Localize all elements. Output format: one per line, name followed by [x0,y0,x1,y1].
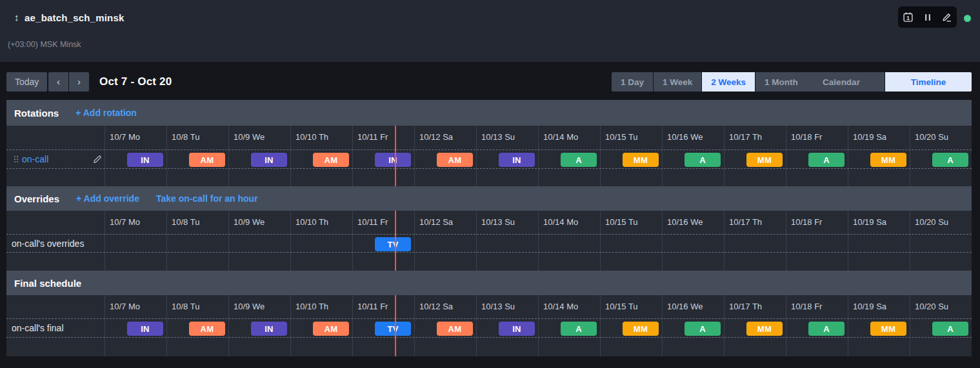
svg-text:1: 1 [906,15,910,21]
shift-badge-mm[interactable]: MM [746,153,783,167]
day-header-label: 10/17 Th [729,132,762,142]
shift-badge-am[interactable]: AM [437,153,473,167]
view-button-timeline[interactable]: Timeline [885,72,972,92]
day-header-label: 10/9 We [234,217,265,227]
day-header-label: 10/18 Fr [791,132,822,142]
day-header-label: 10/11 Fr [357,217,388,227]
day-header-label: 10/8 Tu [172,302,199,311]
shift-badge-mm[interactable]: MM [623,322,659,336]
row-label-final: on-call's final [12,319,64,337]
shift-badge-mm[interactable]: MM [623,153,659,167]
shift-badge-in[interactable]: IN [375,153,411,167]
shift-badge-in[interactable]: IN [127,153,163,167]
prev-period-button[interactable]: ‹ [48,72,68,92]
day-header-label: 10/13 Su [481,302,515,311]
day-header-label: 10/8 Tu [172,132,199,142]
shift-badge-a[interactable]: A [561,322,597,336]
schedule-panel: Rotations+ Add rotation10/7 Mo10/8 Tu10/… [6,100,972,356]
day-header-label: 10/16 We [667,217,703,227]
range-button-1-day[interactable]: 1 Day [612,72,653,92]
range-button-2-weeks[interactable]: 2 Weeks [702,72,755,92]
drag-handle-icon[interactable] [14,156,15,157]
day-header-label: 10/13 Su [481,132,515,142]
schedule-header: ↕ ae_batch_sch_minsk (+03:00) MSK Minsk … [0,0,980,62]
day-header-label: 10/17 Th [729,302,762,311]
date-nav-group: ‹ › [48,72,89,92]
shift-badge-in[interactable]: IN [251,153,287,167]
day-header-label: 10/8 Tu [172,217,199,227]
edit-icon[interactable] [941,12,953,23]
shift-badge-in[interactable]: IN [251,322,287,336]
day-header-label: 10/15 Tu [605,132,638,142]
day-header-label: 10/13 Su [481,217,515,227]
day-header-label: 10/20 Su [915,217,948,227]
expand-collapse-icon[interactable]: ↕ [14,12,19,23]
rotation-name-link[interactable]: on-call [22,154,48,164]
section-grid-overrides: 10/7 Mo10/8 Tu10/9 We10/10 Th10/11 Fr10/… [6,211,972,271]
day-header-label: 10/12 Sa [419,132,453,142]
day-header-label: 10/12 Sa [419,217,453,227]
shift-badge-am[interactable]: AM [189,153,225,167]
action-take-on-call-for-an-hour[interactable]: Take on-call for an hour [156,193,258,204]
day-header-label: 10/18 Fr [791,302,822,311]
view-button-calendar[interactable]: Calendar [798,72,885,92]
shift-badge-in[interactable]: IN [499,322,535,336]
day-header-label: 10/19 Sa [853,217,886,227]
day-header-label: 10/7 Mo [110,302,140,311]
shift-badge-a[interactable]: A [561,153,597,167]
day-header-label: 10/20 Su [915,302,948,311]
status-dot [964,15,971,22]
day-header-label: 10/14 Mo [543,302,578,311]
day-header-label: 10/9 We [234,302,265,311]
row-name-text: on-call's final [12,323,64,333]
shift-badge-a[interactable]: A [685,322,721,336]
shift-badge-mm[interactable]: MM [746,322,783,336]
section-header-rotations: Rotations+ Add rotation [6,100,972,126]
row-name-text: on-call's overrides [12,238,84,249]
day-header-label: 10/17 Th [729,217,762,227]
shift-badge-am[interactable]: AM [313,153,349,167]
shift-badge-a[interactable]: A [932,153,968,167]
header-action-group: 1 [898,6,957,28]
day-header-label: 10/7 Mo [110,132,140,142]
next-period-button[interactable]: › [69,72,89,92]
shift-badge-am[interactable]: AM [189,322,225,336]
day-header-label: 10/9 We [234,132,265,142]
view-selector: CalendarTimeline [798,72,972,92]
shift-badge-am[interactable]: AM [437,322,473,336]
edit-rotation-icon[interactable] [93,154,103,164]
day-header-label: 10/20 Su [915,132,948,142]
shift-badge-in[interactable]: IN [499,153,535,167]
day-header-label: 10/10 Th [295,217,328,227]
range-selector: 1 Day1 Week2 Weeks1 Month [612,72,807,92]
shift-badge-a[interactable]: A [808,322,845,336]
range-button-1-week[interactable]: 1 Week [654,72,701,92]
pause-icon[interactable] [922,12,934,23]
oncall-schedule-page: ↕ ae_batch_sch_minsk (+03:00) MSK Minsk … [0,0,980,368]
action-add-rotation[interactable]: + Add rotation [75,108,137,118]
schedule-quality-icon[interactable]: 1 [903,12,914,23]
shift-badge-a[interactable]: A [685,153,721,167]
shift-badge-in[interactable]: IN [127,322,163,336]
day-header-label: 10/19 Sa [853,302,886,311]
shift-badge-tv[interactable]: TV [375,237,411,251]
timezone-label: (+03:00) MSK Minsk [8,40,81,49]
schedule-title: ae_batch_sch_minsk [25,12,125,23]
shift-badge-am[interactable]: AM [313,322,349,336]
day-header-label: 10/18 Fr [791,217,822,227]
schedule-row-overrides: on-call's overridesTV [6,234,972,253]
today-button[interactable]: Today [6,72,47,92]
shift-badge-a[interactable]: A [808,153,845,167]
day-header-label: 10/19 Sa [853,132,886,142]
day-header-label: 10/11 Fr [357,132,388,142]
shift-badge-a[interactable]: A [932,322,968,336]
day-header-label: 10/16 We [667,132,703,142]
action-add-override[interactable]: + Add override [76,193,139,204]
day-header-label: 10/15 Tu [605,302,638,311]
shift-badge-mm[interactable]: MM [870,322,906,336]
day-header-label: 10/16 We [667,302,703,311]
day-header-label: 10/11 Fr [357,302,388,311]
shift-badge-mm[interactable]: MM [870,153,906,167]
shift-badge-tv[interactable]: TV [375,322,411,336]
section-title-rotations: Rotations [14,108,59,119]
